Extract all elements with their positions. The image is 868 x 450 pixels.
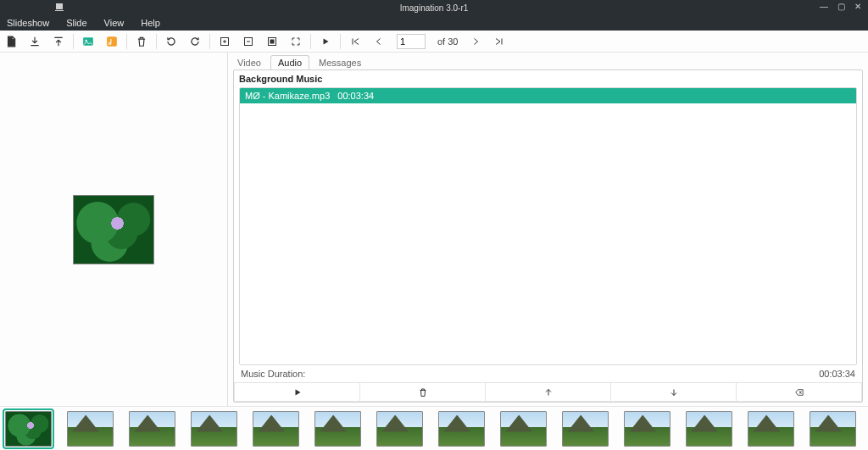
menu-help[interactable]: Help [137,16,164,30]
thumbnail[interactable] [686,411,732,447]
music-play-button[interactable] [234,383,359,402]
preview-pane [0,53,227,406]
music-toolbar [234,382,862,402]
music-delete-button[interactable] [359,383,485,402]
tab-messages[interactable]: Messages [311,55,369,69]
prev-icon[interactable] [373,36,385,47]
separator [156,34,157,49]
rotate-right-icon[interactable] [189,36,201,47]
thumbnail[interactable] [810,411,856,447]
svg-rect-2 [107,36,117,47]
last-icon[interactable] [493,36,505,47]
menu-view[interactable]: View [101,16,128,30]
maximize-button[interactable]: ▢ [836,2,846,12]
thumbnail-strip[interactable] [0,406,868,450]
thumbnail[interactable] [253,411,299,447]
close-button[interactable]: ✕ [853,2,863,12]
thumbnail[interactable] [5,411,52,447]
app-icon [54,2,64,12]
thumbnail[interactable] [67,411,114,447]
panel-tabs: Video Audio Messages [228,53,868,69]
zoom-out-icon[interactable] [242,36,254,47]
menu-bar: Slideshow Slide View Help [0,15,868,31]
save-icon[interactable] [29,36,41,47]
thumbnail[interactable] [562,411,609,447]
tab-audio[interactable]: Audio [270,55,309,69]
thumbnail[interactable] [748,411,794,447]
thumbnail[interactable] [500,411,547,447]
music-icon[interactable] [106,36,118,47]
music-duration-row: Music Duration: 00:03:34 [234,365,862,382]
music-duration-value: 00:03:34 [819,369,855,379]
audio-panel: Background Music MØ - Kamikaze.mp3 00:03… [233,69,863,403]
separator [126,34,127,49]
music-move-up-button[interactable] [485,383,610,402]
first-icon[interactable] [349,36,361,47]
separator [73,34,74,49]
toolbar: of 30 [0,31,868,53]
minimize-button[interactable]: — [819,2,829,12]
music-row-duration: 00:03:34 [332,91,374,101]
separator [340,34,341,49]
fullscreen-icon[interactable] [290,36,302,47]
title-bar: Imagination 3.0-r1 — ▢ ✕ [0,0,868,15]
separator [310,34,311,49]
thumbnail[interactable] [314,411,361,447]
window-controls: — ▢ ✕ [819,2,863,12]
position-total: of 30 [437,36,458,47]
tab-video[interactable]: Video [230,55,269,69]
rotate-left-icon[interactable] [165,36,177,47]
menu-slide[interactable]: Slide [63,16,90,30]
thumbnail[interactable] [624,411,670,447]
zoom-in-icon[interactable] [219,36,231,47]
main-area: Video Audio Messages Background Music MØ… [0,53,868,406]
import-icon[interactable] [53,36,64,47]
separator [209,34,210,49]
new-icon[interactable] [5,36,17,47]
menu-slideshow[interactable]: Slideshow [3,16,53,30]
background-music-label: Background Music [234,70,862,87]
position-input[interactable] [397,34,426,49]
delete-icon[interactable] [136,36,147,47]
play-icon[interactable] [320,36,331,47]
svg-rect-6 [270,39,275,43]
music-move-down-button[interactable] [610,383,736,402]
music-row-name: MØ - Kamikaze.mp3 [245,91,330,101]
thumbnail[interactable] [191,411,237,447]
window-title: Imagination 3.0-r1 [400,3,469,13]
thumbnail[interactable] [376,411,423,447]
music-duration-label: Music Duration: [241,369,305,379]
side-panel: Video Audio Messages Background Music MØ… [228,53,868,406]
music-list[interactable]: MØ - Kamikaze.mp3 00:03:34 [239,87,857,365]
preview-image [73,195,154,264]
thumbnail[interactable] [129,411,175,447]
thumbnail[interactable] [438,411,485,447]
music-clear-button[interactable] [736,383,862,402]
zoom-fit-icon[interactable] [266,36,278,47]
music-row[interactable]: MØ - Kamikaze.mp3 00:03:34 [240,88,856,103]
next-icon[interactable] [470,36,481,47]
image-icon[interactable] [82,36,94,47]
